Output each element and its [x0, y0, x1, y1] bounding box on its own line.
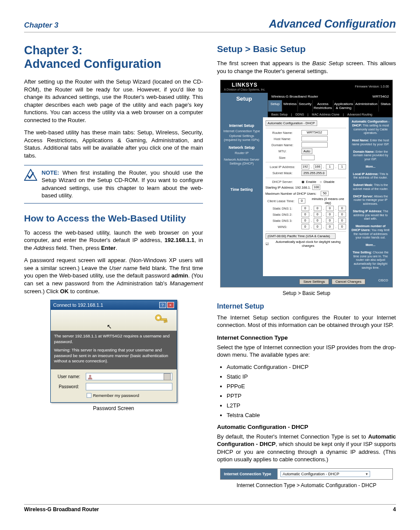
router-help-panel: Automatic Configuration - DHCP: This set… — [349, 117, 392, 276]
dialog-message: The server 192.168.1.1 at WRT54G2 requir… — [51, 331, 177, 369]
dialog-title: Connect to 192.168.1.1 — [53, 302, 103, 308]
svg-marker-0 — [24, 169, 37, 180]
caption-router-setup: Setup > Basic Setup — [217, 290, 396, 296]
note-text: NOTE: When first installing the Router, … — [42, 169, 203, 200]
intro-paragraph-1: After setting up the Router with the Set… — [24, 78, 203, 124]
tab-setup[interactable]: Setup — [268, 100, 282, 112]
cisco-logo: CISCO — [368, 279, 390, 284]
tab-setup-label: Setup — [220, 93, 268, 117]
checkmark-icon — [24, 169, 37, 200]
router-left-nav: Internet Setup Internet Connection Type … — [220, 117, 263, 276]
password-input[interactable] — [86, 383, 172, 390]
list-item: L2TP — [227, 402, 396, 409]
linksys-logo: LINKSYS — [224, 82, 266, 88]
dialog-form: User name: Password: Remember my passwor… — [51, 369, 177, 402]
figure-ict-strip: Internet Connection Type Automatic Confi… — [220, 468, 393, 480]
subtab-mac[interactable]: MAC Address Clone — [312, 113, 340, 116]
ict-select[interactable]: Automatic Configuration - DHCP — [280, 471, 370, 477]
basic-setup-p1: The first screen that appears is the Bas… — [217, 60, 396, 75]
access-p1: To access the web-based utility, launch … — [24, 229, 203, 252]
router-form: Automatic Configuration - DHCP Router Na… — [263, 117, 349, 276]
page-footer: Wireless-G Broadband Router 4 — [24, 504, 396, 512]
heading-conn-type: Internet Connection Type — [217, 334, 396, 341]
intro-paragraph-2: The web-based utility has these main tab… — [24, 129, 203, 159]
remember-checkbox[interactable]: Remember my password — [87, 393, 172, 398]
heading-access: How to Access the Web-Based Utility — [24, 213, 203, 224]
password-label: Password: — [55, 384, 83, 389]
svg-rect-4 — [164, 320, 165, 323]
note-box: NOTE: When first installing the Router, … — [24, 165, 203, 204]
access-p2: A password request screen will appear. (… — [24, 256, 203, 295]
tab-wireless[interactable]: Wireless — [282, 100, 298, 112]
heading-internet-setup: Internet Setup — [217, 302, 396, 310]
conn-type-select[interactable]: Automatic Configuration - DHCP — [266, 120, 317, 126]
username-input[interactable] — [86, 373, 172, 380]
figure-router-setup: LINKSYS A Division of Cisco Systems, Inc… — [217, 80, 396, 288]
chapter-title: Chapter 3:Advanced Configuration — [24, 44, 203, 71]
note-label: NOTE: — [42, 169, 59, 176]
svg-point-2 — [157, 316, 160, 319]
subtab-ddns[interactable]: DDNS — [295, 113, 304, 116]
list-item: Telstra Cable — [227, 412, 396, 418]
list-item: Automatic Configuration - DHCP — [227, 364, 396, 370]
footer-product: Wireless-G Broadband Router — [24, 506, 99, 512]
save-button[interactable]: Save Settings — [299, 279, 329, 284]
conn-type-list: Automatic Configuration - DHCP Static IP… — [217, 364, 396, 418]
username-label: User name: — [55, 374, 83, 379]
subtab-basic[interactable]: Basic Setup — [271, 113, 287, 116]
conn-type-p: Select the type of Internet connection y… — [217, 344, 396, 359]
svg-rect-3 — [161, 319, 167, 320]
tab-admin[interactable]: Administration — [354, 100, 378, 112]
list-item: PPTP — [227, 393, 396, 399]
list-item: PPPoE — [227, 383, 396, 390]
key-icon — [153, 312, 169, 328]
tab-apps[interactable]: Applications & Gaming — [333, 100, 354, 112]
svg-rect-5 — [166, 320, 167, 322]
dialog-titlebar: Connect to 192.168.1.1 ? × — [51, 300, 177, 310]
subtab-routing[interactable]: Advanced Routing — [347, 113, 372, 116]
help-icon[interactable]: ? — [159, 302, 166, 308]
svg-point-6 — [89, 375, 91, 377]
auto-dhcp-p: By default, the Router's Internet Connec… — [217, 433, 396, 463]
dialog-banner: ↖ — [51, 310, 177, 331]
ict-label: Internet Connection Type — [220, 469, 277, 479]
router-subtabs: Basic Setup| DDNS| MAC Address Clone| Ad… — [268, 112, 392, 117]
router-main-tabs: Setup Wireless Security Access Restricti… — [268, 100, 392, 112]
router-admin-screenshot: LINKSYS A Division of Cisco Systems, Inc… — [220, 80, 393, 288]
firmware-version: Firmware Version: 1.0.00 — [355, 85, 389, 88]
tab-access[interactable]: Access Restrictions — [312, 100, 333, 112]
user-icon — [88, 374, 93, 379]
header-title: Advanced Configuration — [269, 18, 396, 30]
caption-ict: Internet Connection Type > Automatic Con… — [217, 482, 396, 488]
right-column: Setup > Basic Setup The first screen tha… — [217, 44, 396, 495]
tab-status[interactable]: Status — [378, 100, 392, 112]
left-column: Chapter 3:Advanced Configuration After s… — [24, 44, 203, 495]
heading-auto-dhcp: Automatic Configuration - DHCP — [217, 424, 396, 430]
cursor-icon: ↖ — [107, 323, 112, 330]
header-chapter: Chapter 3 — [24, 21, 58, 30]
heading-basic-setup: Setup > Basic Setup — [217, 44, 396, 54]
page-header: Chapter 3 Advanced Configuration — [24, 18, 396, 32]
figure-password-dialog: Connect to 192.168.1.1 ? × — [24, 300, 203, 403]
close-icon[interactable]: × — [167, 302, 174, 308]
caption-password: Password Screen — [24, 405, 203, 411]
internet-p1: The Internet Setup section configures th… — [217, 314, 396, 329]
list-item: Static IP — [227, 373, 396, 380]
password-dialog: Connect to 192.168.1.1 ? × — [50, 300, 177, 403]
timezone-select[interactable]: (GMT-08:00) Pacific Time (USA & Canada) — [266, 233, 336, 239]
tab-security[interactable]: Security — [298, 100, 312, 112]
cancel-button[interactable]: Cancel Changes — [332, 279, 365, 284]
footer-page-number: 4 — [393, 506, 396, 512]
